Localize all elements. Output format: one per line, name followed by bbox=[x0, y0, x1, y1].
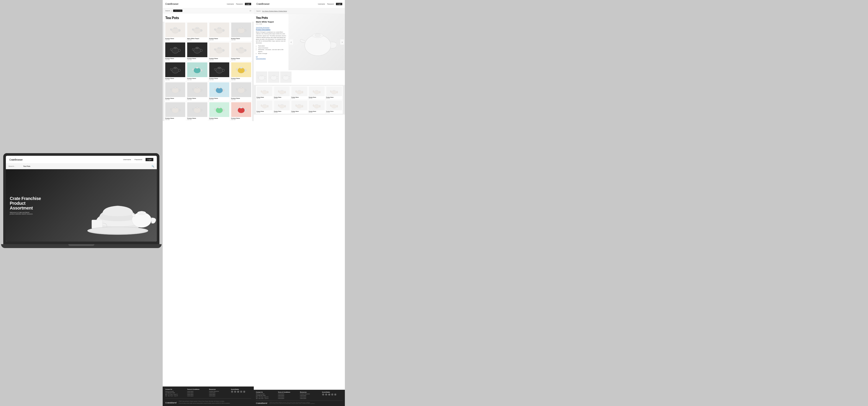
related-product-cell[interactable]: Product Name 000-000 bbox=[326, 100, 343, 114]
pd-social-icons: f t p i y bbox=[322, 394, 343, 396]
svg-point-78 bbox=[285, 75, 287, 76]
product-sku: 000-000 bbox=[165, 39, 185, 40]
product-cell[interactable]: Product Name 000-000 bbox=[164, 62, 186, 81]
svg-rect-57 bbox=[240, 87, 242, 88]
pg-footer-contact: Contact Us Send us an email Call (800) 9… bbox=[165, 389, 185, 397]
related-product-image bbox=[326, 101, 342, 110]
product-cell[interactable]: Product Name 000-000 bbox=[209, 62, 230, 81]
search-input[interactable] bbox=[8, 165, 22, 167]
pd-care-link[interactable]: Care Instructions bbox=[256, 58, 286, 59]
pd-youtube-icon[interactable]: y bbox=[334, 394, 336, 396]
pd-image-next[interactable]: › bbox=[340, 39, 344, 45]
product-cell[interactable]: Product Name 000-000 bbox=[209, 81, 230, 101]
product-thumbnail[interactable] bbox=[268, 71, 279, 83]
product-cell[interactable]: Product Name 000-000 bbox=[230, 42, 252, 61]
svg-point-86 bbox=[316, 90, 318, 91]
related-product-cell[interactable]: Product Name 000-000 bbox=[273, 100, 290, 114]
related-product-cell[interactable]: Product Name 000-000 bbox=[308, 100, 326, 114]
product-cell[interactable]: Product Name 000-000 bbox=[164, 42, 186, 61]
svg-point-88 bbox=[333, 90, 335, 91]
product-cell[interactable]: Product Name 000-000 bbox=[186, 81, 208, 101]
pd-twitter-icon[interactable]: t bbox=[325, 394, 327, 396]
product-cell[interactable]: Product Name 000-000 bbox=[230, 81, 252, 101]
svg-point-6 bbox=[90, 227, 146, 234]
product-thumbnail[interactable] bbox=[256, 71, 267, 83]
product-cell[interactable]: Product Name 000-000 bbox=[209, 42, 230, 61]
product-thumbnail[interactable] bbox=[280, 71, 291, 83]
svg-point-84 bbox=[298, 90, 300, 91]
pg-contact-phone[interactable]: Call (800) 967-6696 bbox=[165, 392, 185, 394]
facebook-icon[interactable]: f bbox=[231, 391, 233, 393]
username-label: Username bbox=[123, 159, 131, 161]
product-cell[interactable]: Product Name 000-000 bbox=[230, 22, 252, 41]
search-icon[interactable]: 🔍 bbox=[152, 165, 154, 167]
pd-pinterest-icon[interactable]: p bbox=[328, 394, 330, 396]
related-product-cell[interactable]: Product Name 000-000 bbox=[273, 86, 290, 100]
product-cell[interactable]: Product Name 000-000 bbox=[186, 62, 208, 81]
svg-rect-9 bbox=[140, 211, 143, 213]
svg-point-94 bbox=[298, 104, 300, 105]
instagram-icon[interactable]: i bbox=[240, 391, 242, 393]
pd-product-name: Marin White Teapot bbox=[256, 21, 286, 23]
pd-department-link[interactable]: View/Order Dinnerware bbox=[256, 27, 269, 28]
svg-rect-18 bbox=[218, 27, 220, 28]
product-cell[interactable]: Marin White Teapot 000-000 bbox=[186, 22, 208, 41]
pg-footer-legal: ©2025 Crate and Barrel. All rights reser… bbox=[179, 401, 251, 402]
related-product-cell[interactable]: Product Name 000-000 bbox=[256, 100, 273, 114]
pd-breadcrumb-path[interactable]: Go / Store / Product Name / Product Name bbox=[262, 10, 287, 12]
svg-rect-66 bbox=[218, 107, 220, 108]
pd-facebook-icon[interactable]: f bbox=[322, 394, 324, 396]
related-product-cell[interactable]: Product Name 000-000 bbox=[308, 86, 326, 100]
svg-rect-39 bbox=[196, 67, 198, 68]
related-product-cell[interactable]: Product Name 000-000 bbox=[291, 86, 308, 100]
pd-main-image-bg bbox=[288, 14, 345, 70]
product-cell[interactable]: Product Name 000-000 bbox=[164, 101, 186, 121]
svg-point-76 bbox=[272, 75, 275, 76]
svg-rect-4 bbox=[92, 220, 102, 229]
twitter-icon[interactable]: t bbox=[234, 391, 236, 393]
product-cell[interactable]: Product Name 000-000 bbox=[164, 22, 186, 41]
pg-footer: Contact Us Send us an email Call (800) 9… bbox=[163, 386, 254, 406]
product-sku: 000-000 bbox=[209, 99, 229, 100]
pd-instagram-icon[interactable]: i bbox=[331, 394, 333, 396]
pd-footer-resources: Resources Furniture Resources Lorem ipsu… bbox=[300, 392, 321, 399]
product-grid: Product Name 000-000 Marin White Teapot … bbox=[163, 22, 254, 121]
related-product-cell[interactable]: Product Name 000-000 bbox=[291, 100, 308, 114]
login-button[interactable]: Login bbox=[146, 158, 153, 161]
laptop-nav-links: Username Password Login bbox=[123, 158, 153, 161]
svg-rect-51 bbox=[196, 87, 198, 88]
product-cell[interactable]: Product Name 000-000 bbox=[230, 101, 252, 121]
product-sku: 000-000 bbox=[187, 119, 207, 120]
product-image bbox=[165, 82, 185, 97]
product-sku: 000-000 bbox=[187, 59, 207, 61]
pg-login-button[interactable]: Login bbox=[245, 3, 251, 5]
youtube-icon[interactable]: y bbox=[243, 391, 245, 393]
pg-footer-logo: Crate&Barrel bbox=[165, 402, 177, 404]
pg-title-bar: Tea Pots bbox=[163, 13, 254, 22]
pg-search-tab[interactable]: Tea Pots bbox=[173, 9, 182, 12]
pd-description-title[interactable]: Product Description bbox=[256, 29, 286, 30]
pd-content: Tea Pots Marin White Teapot 000-47685 Vi… bbox=[254, 14, 345, 70]
product-cell[interactable]: Product Name 000-000 bbox=[209, 22, 230, 41]
product-cell[interactable]: Product Name 000-000 bbox=[186, 101, 208, 121]
product-cell[interactable]: Product Name 000-000 bbox=[230, 62, 252, 81]
pd-footer-bottom: Crate&Barrel ©2025 Crate and Barrel. All… bbox=[256, 401, 343, 404]
pd-page-title: Tea Pots bbox=[256, 16, 286, 20]
pd-login-button[interactable]: Login bbox=[336, 3, 342, 5]
product-cell[interactable]: Product Name 000-000 bbox=[186, 42, 208, 61]
related-product-cell[interactable]: Product Name 000-000 bbox=[326, 86, 343, 100]
product-cell[interactable]: Product Name 000-000 bbox=[209, 101, 230, 121]
pg-breadcrumb-search[interactable]: Search bbox=[165, 10, 170, 11]
pd-fill-link[interactable]: Fill bbox=[256, 56, 286, 57]
pd-password-label: Password bbox=[327, 3, 334, 5]
pd-bullet-list: HandcraftedClassic dinnerwareDishwasher-… bbox=[256, 45, 286, 55]
svg-rect-63 bbox=[196, 107, 198, 108]
related-product-sku: 000-000 bbox=[309, 112, 325, 113]
pinterest-icon[interactable]: p bbox=[237, 391, 239, 393]
pd-image-prev[interactable]: ‹ bbox=[289, 39, 293, 45]
pd-footer-accessibility: If you are using a screen reader and are… bbox=[269, 403, 330, 404]
related-product-cell[interactable]: Product Name 000-000 bbox=[256, 86, 273, 100]
pd-footer-social: Social Media f t p i y bbox=[322, 392, 343, 399]
product-cell[interactable]: Product Name 000-000 bbox=[164, 81, 186, 101]
pg-contact-email[interactable]: Send us an email bbox=[165, 391, 185, 392]
